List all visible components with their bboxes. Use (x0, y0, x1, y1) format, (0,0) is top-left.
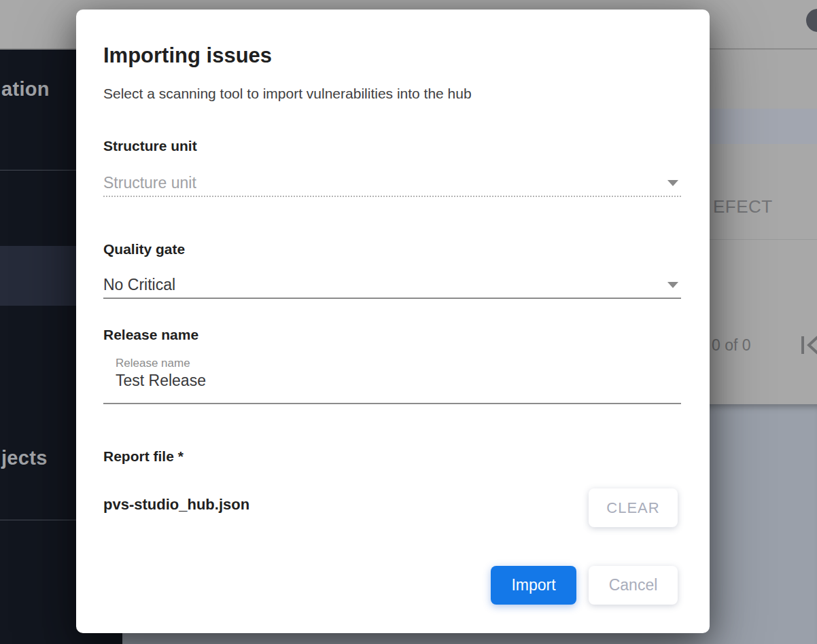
table-column-header-defect: EFECT (713, 196, 773, 217)
quality-gate-value: No Critical (103, 276, 175, 294)
release-name-input[interactable] (116, 372, 646, 390)
structure-unit-placeholder: Structure unit (103, 174, 196, 192)
sidebar-item-label-jects[interactable]: jects (1, 447, 48, 469)
import-button[interactable]: Import (491, 566, 576, 605)
report-file-name: pvs-studio_hub.json (103, 496, 249, 514)
pagination-label: 0 of 0 (712, 336, 751, 355)
cancel-button[interactable]: Cancel (589, 566, 678, 605)
quality-gate-label: Quality gate (103, 241, 185, 257)
sidebar-item-label-ation[interactable]: ation (1, 78, 50, 101)
import-dialog: Importing issues Select a scanning tool … (76, 10, 710, 633)
dialog-title: Importing issues (103, 43, 272, 68)
release-name-field[interactable]: Release name (103, 353, 681, 404)
release-name-floating-label: Release name (116, 357, 190, 370)
first-page-icon[interactable] (798, 333, 817, 357)
chevron-down-icon (667, 282, 678, 288)
release-name-label: Release name (103, 327, 198, 343)
dialog-subtitle: Select a scanning tool to import vulnera… (103, 86, 472, 102)
clear-button[interactable]: CLEAR (589, 488, 678, 527)
structure-unit-select[interactable]: Structure unit (103, 170, 681, 197)
quality-gate-select[interactable]: No Critical (103, 272, 681, 299)
structure-unit-label: Structure unit (103, 138, 197, 154)
chevron-down-icon (667, 180, 678, 186)
avatar[interactable] (806, 9, 817, 32)
report-file-label: Report file * (103, 448, 184, 465)
